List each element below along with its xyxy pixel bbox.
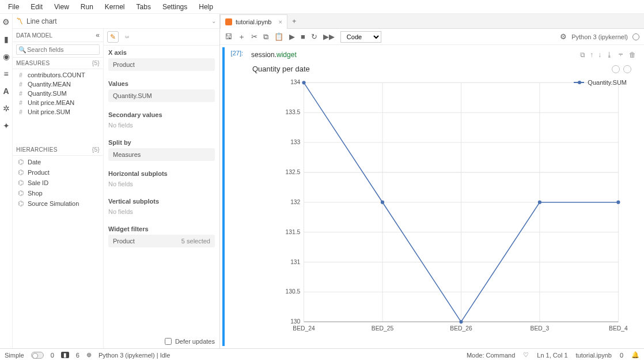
add-tab-button[interactable]: +	[287, 14, 301, 28]
config-panel: ✎ ⎃ X axis Product Values Quantity.SUM S…	[104, 29, 219, 348]
hierarchies-header: HIERARCHIES	[16, 146, 58, 153]
hierarchy-item[interactable]: ⌬Shop	[13, 188, 103, 198]
chevron-down-icon: ⌄	[211, 18, 216, 24]
puzzle-icon[interactable]: ✦	[2, 121, 11, 130]
measure-item[interactable]: #Quantity.MEAN	[13, 80, 103, 89]
add-cell-icon[interactable]: ＋	[238, 32, 245, 42]
chart-type-label: Line chart	[26, 17, 208, 25]
vsub-label: Vertical subplots	[108, 198, 215, 205]
hsub-empty: No fields	[108, 179, 215, 189]
close-icon[interactable]: ×	[278, 18, 282, 25]
menu-file[interactable]: File	[2, 1, 25, 13]
menu-view[interactable]: View	[48, 1, 75, 13]
shield-icon[interactable]: ♡	[523, 351, 529, 359]
simple-toggle[interactable]	[31, 352, 44, 359]
menu-kernel[interactable]: Kernel	[99, 1, 131, 13]
svg-text:134: 134	[290, 79, 300, 85]
cut-icon[interactable]: ✂	[251, 32, 257, 41]
config-icon[interactable]: ⚙	[2, 17, 11, 27]
values-dropzone[interactable]: Quantity.SUM	[108, 89, 215, 102]
copy-icon[interactable]: ⧉	[263, 32, 268, 42]
branch-icon[interactable]: ⊕	[86, 351, 92, 359]
code-text[interactable]: session.widget	[251, 51, 297, 59]
bell-icon[interactable]: 🔔	[631, 351, 639, 359]
sb-kernel[interactable]: Python 3 (ipykernel) | Idle	[99, 352, 171, 359]
notebook-tab[interactable]: tutorial.ipynb ×	[220, 14, 287, 29]
move-up-icon[interactable]: ↑	[590, 51, 593, 59]
hierarchy-name: Date	[28, 159, 41, 166]
legend: Quantity.SUM	[574, 79, 627, 86]
hierarchy-name: Product	[28, 169, 50, 176]
line-chart-icon: 〽	[16, 17, 23, 25]
hash-icon: #	[17, 109, 24, 115]
svg-text:BED_26: BED_26	[450, 325, 472, 332]
paste-icon[interactable]: 📋	[274, 32, 283, 41]
collapse-icon[interactable]: «	[96, 31, 100, 39]
splitby-label: Split by	[108, 139, 215, 146]
extension-icon[interactable]: ✲	[2, 104, 11, 113]
svg-point-31	[459, 320, 463, 324]
sb-file[interactable]: tutorial.ipynb	[576, 352, 612, 359]
legend-label: Quantity.SUM	[588, 79, 627, 86]
stop-icon[interactable]: ■	[301, 32, 305, 41]
chart-title: Quantity per date	[252, 65, 310, 73]
move-down-icon[interactable]: ↓	[598, 51, 601, 59]
hierarchy-item[interactable]: ⌬Product	[13, 167, 103, 178]
menu-edit[interactable]: Edit	[25, 1, 48, 13]
hierarchy-item[interactable]: ⌬Date	[13, 157, 103, 167]
terminal-badge[interactable]: ▮	[61, 352, 69, 358]
menu-help[interactable]: Help	[193, 1, 219, 13]
measures-list: #contributors.COUNT#Quantity.MEAN#Quanti…	[13, 69, 103, 118]
measure-item[interactable]: #Quantity.SUM	[13, 89, 103, 98]
cell-type-select[interactable]: Code	[340, 31, 381, 43]
code-cell[interactable]: [27]: session.widget ⧉ ↑ ↓ ⭳ ⫧ 🗑	[222, 47, 639, 346]
search-fields-input[interactable]	[16, 44, 100, 55]
restart-icon[interactable]: ↻	[311, 32, 317, 41]
running-icon[interactable]: ◉	[2, 52, 11, 61]
measure-item[interactable]: #Unit price.SUM	[13, 107, 103, 116]
notebook-toolbar: 🖫 ＋ ✂ ⧉ 📋 ▶ ■ ↻ ▶▶ Code ⚙ Python 3 (ipyk…	[220, 29, 644, 45]
chart-type-selector[interactable]: 〽 Line chart ⌄	[13, 14, 219, 29]
folder-icon[interactable]: ▮	[2, 35, 11, 44]
sb-term-count: 6	[76, 352, 79, 359]
measure-name: contributors.COUNT	[28, 72, 85, 78]
measure-item[interactable]: #Unit price.MEAN	[13, 98, 103, 107]
hierarchy-icon: ⌬	[17, 200, 24, 208]
output-action-2-icon[interactable]	[623, 65, 631, 73]
kernel-name[interactable]: Python 3 (ipykernel)	[571, 33, 628, 40]
toc-icon[interactable]: ≡	[2, 69, 11, 78]
insert-icon[interactable]: ⫧	[618, 51, 624, 59]
kernel-status-icon[interactable]	[632, 33, 639, 40]
tab-filter[interactable]: ⎃	[121, 31, 132, 43]
save-icon[interactable]: 🖫	[225, 32, 232, 41]
svg-text:BED_4: BED_4	[609, 325, 628, 332]
filters-dropzone[interactable]: Product 5 selected	[108, 235, 215, 247]
defer-updates-checkbox[interactable]	[165, 338, 172, 345]
hash-icon: #	[17, 91, 24, 97]
svg-point-33	[616, 201, 620, 204]
menu-tabs[interactable]: Tabs	[131, 1, 157, 13]
duplicate-icon[interactable]: ⧉	[580, 51, 585, 59]
hierarchy-item[interactable]: ⌬Sale ID	[13, 178, 103, 188]
font-icon[interactable]: A	[2, 87, 11, 96]
notebook-icon	[225, 18, 232, 25]
gear-icon[interactable]: ⚙	[560, 32, 567, 41]
hierarchy-item[interactable]: ⌬Source Simulation	[13, 198, 103, 209]
menu-settings[interactable]: Settings	[157, 1, 193, 13]
measure-name: Unit price.SUM	[28, 108, 70, 115]
run-icon[interactable]: ▶	[289, 32, 295, 41]
fastforward-icon[interactable]: ▶▶	[323, 32, 335, 41]
output-action-1-icon[interactable]	[612, 65, 620, 73]
hsub-label: Horizontal subplots	[108, 170, 215, 177]
measures-count: {5}	[92, 60, 100, 66]
splitby-dropzone[interactable]: Measures	[108, 148, 215, 161]
sb-mode: Mode: Command	[467, 352, 515, 359]
xaxis-dropzone[interactable]: Product	[108, 58, 215, 71]
download-icon[interactable]: ⭳	[606, 51, 613, 59]
measure-item[interactable]: #contributors.COUNT	[13, 70, 103, 80]
tab-style[interactable]: ✎	[107, 31, 119, 43]
delete-icon[interactable]: 🗑	[629, 51, 636, 59]
activity-bar: ⚙ ▮ ◉ ≡ A ✲ ✦	[0, 14, 13, 348]
svg-point-32	[538, 201, 541, 204]
menu-run[interactable]: Run	[75, 1, 99, 13]
